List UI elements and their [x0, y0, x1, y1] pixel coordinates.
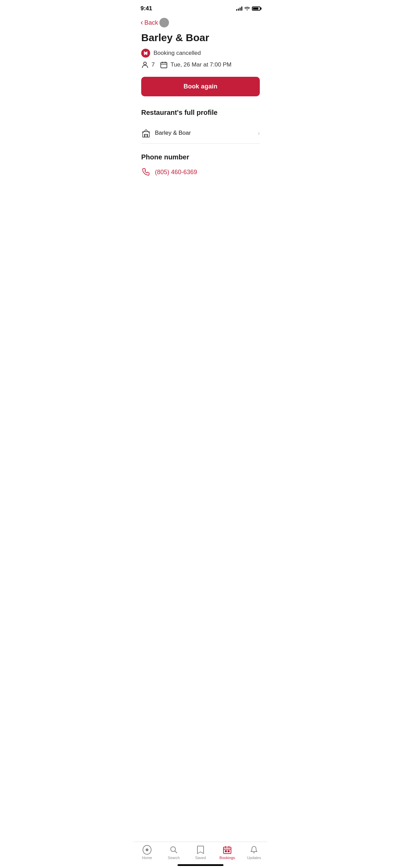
person-icon [141, 61, 149, 69]
booking-datetime: Tue, 26 Mar at 7:00 PM [170, 61, 231, 68]
battery-icon [252, 7, 260, 11]
phone-row[interactable]: (805) 460-6369 [141, 167, 260, 177]
chevron-right-icon: › [258, 130, 260, 137]
restaurant-title: Barley & Boar [141, 32, 260, 44]
phone-icon [141, 167, 151, 177]
signal-bars [236, 7, 242, 11]
phone-section-title: Phone number [141, 153, 260, 161]
status-bar: 9:41 [134, 0, 267, 15]
book-again-button[interactable]: Book again [141, 77, 260, 96]
date-item: Tue, 26 Mar at 7:00 PM [160, 61, 231, 69]
status-icons [236, 6, 260, 11]
svg-rect-1 [161, 62, 167, 68]
building-icon [141, 128, 151, 138]
full-profile-title: Restaurant's full profile [141, 109, 260, 117]
guest-count: 7 [151, 61, 155, 68]
cancelled-icon [141, 49, 150, 58]
back-button[interactable]: Back [144, 19, 158, 26]
phone-section: Phone number (805) 460-6369 [141, 153, 260, 177]
full-profile-section: Restaurant's full profile Barley & Boar … [141, 109, 260, 144]
booking-status: Booking cancelled [141, 49, 260, 58]
booking-status-text: Booking cancelled [154, 50, 201, 57]
back-avatar-dot [159, 18, 169, 27]
calendar-icon [160, 61, 168, 69]
phone-number[interactable]: (805) 460-6369 [155, 169, 197, 176]
restaurant-link-row[interactable]: Barley & Boar › [141, 123, 260, 144]
status-time: 9:41 [141, 5, 152, 12]
restaurant-link-name: Barley & Boar [155, 130, 191, 136]
guest-count-item: 7 [141, 61, 155, 69]
back-chevron-icon: ‹ [141, 19, 143, 26]
wifi-icon [244, 6, 250, 11]
main-content: Barley & Boar Booking cancelled 7 [134, 32, 267, 177]
back-navigation[interactable]: ‹ Back [134, 15, 267, 32]
svg-point-0 [144, 62, 146, 65]
booking-info: 7 Tue, 26 Mar at 7:00 PM [141, 61, 260, 69]
svg-rect-6 [145, 134, 147, 137]
